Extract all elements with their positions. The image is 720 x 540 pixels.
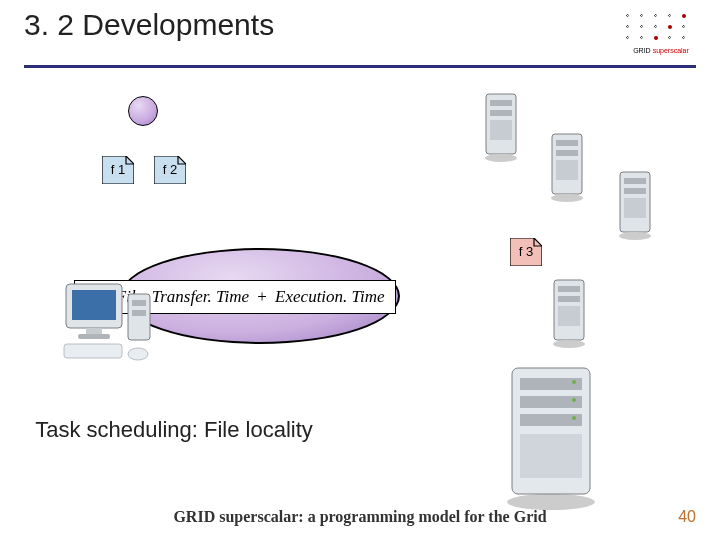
svg-point-20: [619, 232, 651, 240]
svg-point-14: [551, 194, 583, 202]
file-tag-f2: f 2: [154, 156, 186, 184]
svg-rect-29: [520, 378, 582, 390]
svg-rect-32: [520, 434, 582, 478]
svg-point-8: [485, 154, 517, 162]
svg-rect-38: [86, 328, 102, 334]
svg-rect-6: [490, 110, 512, 116]
svg-rect-25: [558, 306, 580, 326]
server-icon: [548, 276, 590, 350]
footer-text: GRID superscalar: a programming model fo…: [0, 508, 720, 526]
svg-rect-18: [624, 188, 646, 194]
header: 3. 2 Developments GRID superscalar: [24, 8, 696, 68]
svg-rect-12: [556, 150, 578, 156]
svg-point-26: [553, 340, 585, 348]
svg-point-35: [572, 416, 576, 420]
logo-label: GRID superscalar: [626, 47, 696, 54]
file-tag-f1: f 1: [102, 156, 134, 184]
server-icon: [480, 90, 522, 164]
page-number: 40: [678, 508, 696, 526]
svg-rect-11: [556, 140, 578, 146]
svg-rect-39: [78, 334, 110, 339]
server-large-icon: [496, 362, 606, 516]
formula-term2: Execution. Time: [275, 287, 385, 306]
node-icon: [128, 96, 158, 126]
svg-point-34: [572, 398, 576, 402]
svg-rect-23: [558, 286, 580, 292]
svg-rect-30: [520, 396, 582, 408]
slide: 3. 2 Developments GRID superscalar f 1 f…: [0, 0, 720, 540]
svg-rect-17: [624, 178, 646, 184]
svg-rect-42: [132, 310, 146, 316]
computer-icon: [60, 280, 160, 374]
server-icon: [546, 130, 588, 204]
svg-rect-13: [556, 160, 578, 180]
server-icon: [614, 168, 656, 242]
svg-rect-31: [520, 414, 582, 426]
caption: Task scheduling: File locality: [34, 416, 314, 444]
logo-dots-icon: [626, 14, 696, 45]
page-title: 3. 2 Developments: [24, 8, 696, 42]
formula-plus: +: [253, 287, 271, 306]
svg-rect-24: [558, 296, 580, 302]
svg-point-33: [572, 380, 576, 384]
svg-rect-19: [624, 198, 646, 218]
svg-point-44: [128, 348, 148, 360]
svg-rect-41: [132, 300, 146, 306]
svg-rect-43: [64, 344, 122, 358]
svg-rect-5: [490, 100, 512, 106]
file-tag-f3: f 3: [510, 238, 542, 266]
svg-rect-37: [72, 290, 116, 320]
logo: GRID superscalar: [626, 14, 696, 54]
svg-rect-7: [490, 120, 512, 140]
